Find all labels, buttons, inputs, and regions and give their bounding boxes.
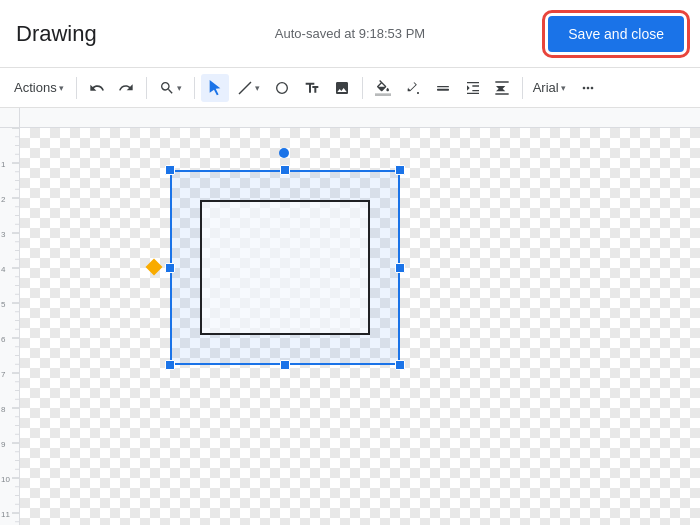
more-icon <box>580 80 596 96</box>
undo-icon <box>89 80 105 96</box>
svg-text:9: 9 <box>1 440 6 449</box>
more-options-button[interactable] <box>574 74 602 102</box>
ruler-left: 123456789101112 <box>0 128 20 525</box>
autosave-status: Auto-saved at 9:18:53 PM <box>275 26 425 41</box>
handle-middle-right[interactable] <box>395 263 405 273</box>
connector-handle[interactable] <box>146 258 163 275</box>
image-icon <box>334 80 350 96</box>
handle-top-middle[interactable] <box>280 165 290 175</box>
border-color-button[interactable] <box>399 74 427 102</box>
svg-text:6: 6 <box>1 335 6 344</box>
redo-icon <box>118 80 134 96</box>
selection-box <box>170 170 400 365</box>
svg-text:11: 11 <box>1 510 10 519</box>
border-color-icon <box>405 80 421 96</box>
distribute-button[interactable] <box>488 74 516 102</box>
selected-shape[interactable] <box>170 170 400 365</box>
handle-top-right[interactable] <box>395 165 405 175</box>
svg-rect-3 <box>437 88 449 90</box>
line-tool-button[interactable]: ▾ <box>231 74 266 102</box>
align-button[interactable] <box>459 74 487 102</box>
ruler-corner <box>0 108 20 128</box>
svg-text:5: 5 <box>1 300 6 309</box>
actions-menu-button[interactable]: Actions ▾ <box>8 74 70 102</box>
border-weight-icon <box>435 80 451 96</box>
handle-bottom-left[interactable] <box>165 360 175 370</box>
separator-1 <box>76 77 77 99</box>
svg-point-1 <box>276 82 287 93</box>
zoom-icon <box>159 80 175 96</box>
shape-icon <box>274 80 290 96</box>
save-and-close-button[interactable]: Save and close <box>548 16 684 52</box>
zoom-button[interactable]: ▾ <box>153 74 188 102</box>
textbox-icon <box>304 80 320 96</box>
svg-rect-2 <box>437 86 449 87</box>
svg-text:3: 3 <box>1 230 6 239</box>
select-icon <box>207 80 223 96</box>
align-icon <box>465 80 481 96</box>
svg-text:10: 10 <box>1 475 10 484</box>
rotate-handle[interactable] <box>279 148 289 158</box>
svg-text:8: 8 <box>1 405 6 414</box>
image-tool-button[interactable] <box>328 74 356 102</box>
handle-bottom-middle[interactable] <box>280 360 290 370</box>
shape-inner-rectangle <box>200 200 370 335</box>
separator-5 <box>522 77 523 99</box>
svg-text:1: 1 <box>1 160 6 169</box>
separator-3 <box>194 77 195 99</box>
border-weight-button[interactable] <box>429 74 457 102</box>
separator-4 <box>362 77 363 99</box>
handle-top-left[interactable] <box>165 165 175 175</box>
actions-dropdown-arrow: ▾ <box>59 83 64 93</box>
ruler-top: 1234567891011121314151617181920 <box>20 108 700 128</box>
app-title: Drawing <box>16 21 97 47</box>
svg-text:7: 7 <box>1 370 6 379</box>
fill-color-button[interactable] <box>369 74 397 102</box>
canvas-area: 1234567891011121314151617181920 12345678… <box>0 108 700 525</box>
svg-text:4: 4 <box>1 265 6 274</box>
line-icon <box>237 80 253 96</box>
textbox-tool-button[interactable] <box>298 74 326 102</box>
redo-button[interactable] <box>112 74 140 102</box>
shape-tool-button[interactable] <box>268 74 296 102</box>
actions-label: Actions <box>14 80 57 95</box>
svg-text:2: 2 <box>1 195 6 204</box>
handle-middle-left[interactable] <box>165 263 175 273</box>
drawing-canvas[interactable] <box>20 128 700 525</box>
handle-bottom-right[interactable] <box>395 360 405 370</box>
undo-button[interactable] <box>83 74 111 102</box>
svg-line-0 <box>239 82 251 94</box>
select-tool-button[interactable] <box>201 74 229 102</box>
fill-icon <box>375 80 391 96</box>
font-selector[interactable]: Arial ▾ <box>529 78 570 97</box>
line-dropdown-arrow: ▾ <box>255 83 260 93</box>
zoom-dropdown-arrow: ▾ <box>177 83 182 93</box>
font-label: Arial <box>533 80 559 95</box>
toolbar: Actions ▾ ▾ ▾ <box>0 68 700 108</box>
separator-2 <box>146 77 147 99</box>
font-dropdown-arrow: ▾ <box>561 83 566 93</box>
distribute-icon <box>494 80 510 96</box>
